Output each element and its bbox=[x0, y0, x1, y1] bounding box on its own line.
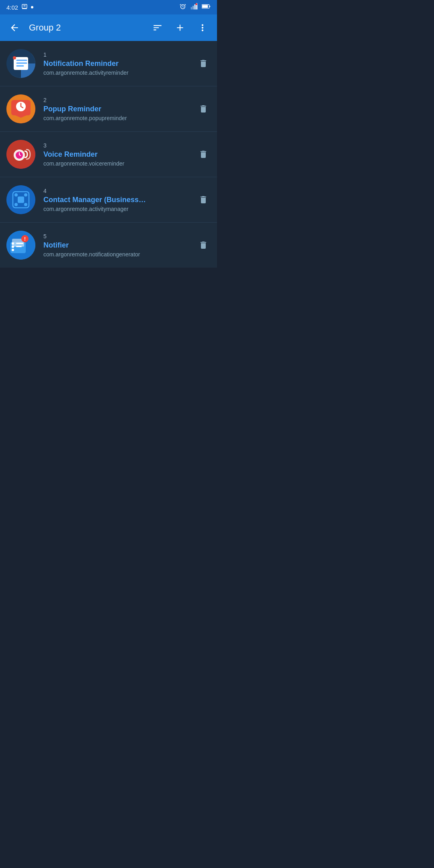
item-title-5: Notifier bbox=[43, 241, 188, 250]
delete-button-2[interactable] bbox=[196, 102, 211, 116]
svg-point-30 bbox=[14, 193, 18, 197]
item-package-4: com.argonremote.activitymanager bbox=[43, 206, 188, 212]
item-package-1: com.argonremote.activityreminder bbox=[43, 70, 188, 76]
svg-text:!: ! bbox=[24, 236, 26, 242]
list-item: 4 Contact Manager (Business… com.argonre… bbox=[0, 177, 217, 223]
list-item: 1 Notification Reminder com.argonremote.… bbox=[0, 41, 217, 86]
item-content-2: 2 Popup Reminder com.argonremote.popupre… bbox=[43, 97, 188, 121]
svg-point-31 bbox=[24, 193, 27, 197]
app-list: 1 Notification Reminder com.argonremote.… bbox=[0, 41, 217, 268]
delete-button-3[interactable] bbox=[196, 147, 211, 162]
svg-rect-7 bbox=[194, 4, 196, 10]
app-icon-voice-reminder bbox=[6, 140, 35, 169]
item-package-5: com.argonremote.notificationgenerator bbox=[43, 251, 188, 258]
svg-point-33 bbox=[24, 203, 27, 206]
app-icon-contact-manager bbox=[6, 185, 35, 214]
list-item: 3 Voice Reminder com.argonremote.voicere… bbox=[0, 132, 217, 177]
item-package-3: com.argonremote.voicereminder bbox=[43, 160, 188, 167]
signal-icon bbox=[190, 3, 198, 12]
item-title-4: Contact Manager (Business… bbox=[43, 196, 188, 204]
list-item: 2 Popup Reminder com.argonremote.popupre… bbox=[0, 86, 217, 132]
svg-point-39 bbox=[12, 249, 14, 251]
item-number-3: 3 bbox=[43, 142, 188, 149]
item-content-3: 3 Voice Reminder com.argonremote.voicere… bbox=[43, 142, 188, 167]
app-icon-popup-reminder bbox=[6, 94, 35, 123]
filter-button[interactable] bbox=[149, 20, 166, 36]
list-item: ! 5 Notifier com.argonremote.notificatio… bbox=[0, 223, 217, 268]
delete-button-4[interactable] bbox=[196, 192, 211, 207]
item-content-4: 4 Contact Manager (Business… com.argonre… bbox=[43, 188, 188, 212]
svg-rect-5 bbox=[191, 7, 192, 10]
back-button[interactable] bbox=[6, 20, 23, 36]
item-package-2: com.argonremote.popupreminder bbox=[43, 115, 188, 121]
status-dot bbox=[31, 6, 33, 8]
add-button[interactable] bbox=[172, 20, 188, 36]
notification-status-icon bbox=[21, 4, 28, 11]
item-content-1: 1 Notification Reminder com.argonremote.… bbox=[43, 51, 188, 76]
item-number-2: 2 bbox=[43, 97, 188, 103]
delete-button-5[interactable] bbox=[196, 238, 211, 252]
item-title-2: Popup Reminder bbox=[43, 105, 188, 113]
svg-point-32 bbox=[14, 203, 18, 206]
status-bar-left: 4:02 bbox=[6, 4, 33, 11]
svg-rect-6 bbox=[192, 6, 194, 10]
status-bar: 4:02 bbox=[0, 0, 217, 14]
toolbar: Group 2 bbox=[0, 14, 217, 41]
battery-icon bbox=[202, 4, 211, 11]
svg-rect-41 bbox=[16, 246, 22, 247]
svg-rect-13 bbox=[209, 6, 210, 7]
item-title-3: Voice Reminder bbox=[43, 150, 188, 159]
delete-button-1[interactable] bbox=[196, 56, 211, 71]
svg-rect-40 bbox=[16, 243, 23, 244]
item-title-1: Notification Reminder bbox=[43, 59, 188, 68]
more-options-button[interactable] bbox=[194, 20, 211, 36]
item-number-5: 5 bbox=[43, 233, 188, 240]
svg-point-38 bbox=[12, 246, 14, 248]
svg-point-16 bbox=[13, 56, 16, 59]
status-time: 4:02 bbox=[6, 4, 18, 11]
svg-rect-12 bbox=[202, 5, 208, 8]
status-bar-right bbox=[179, 3, 211, 12]
svg-rect-29 bbox=[18, 197, 24, 203]
alarm-icon bbox=[179, 3, 186, 12]
page-title: Group 2 bbox=[29, 23, 143, 33]
item-number-4: 4 bbox=[43, 188, 188, 194]
svg-point-37 bbox=[12, 242, 14, 245]
item-number-1: 1 bbox=[43, 51, 188, 58]
app-icon-notification-reminder bbox=[6, 49, 35, 78]
item-content-5: 5 Notifier com.argonremote.notificationg… bbox=[43, 233, 188, 258]
app-icon-notifier: ! bbox=[6, 231, 35, 260]
